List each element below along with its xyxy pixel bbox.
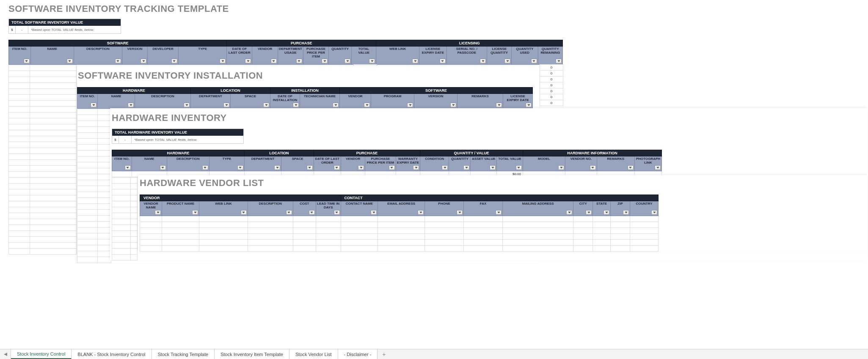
table-row[interactable] <box>9 243 77 249</box>
sheet-tab-stock-inventory-item-template[interactable]: Stock Inventory Item Template <box>215 349 289 359</box>
cell[interactable] <box>77 186 98 192</box>
cell[interactable] <box>611 216 630 222</box>
table-row[interactable] <box>140 233 659 239</box>
table-row[interactable] <box>9 231 77 237</box>
filter-icon[interactable] <box>307 165 313 170</box>
cell[interactable] <box>77 150 98 156</box>
cell[interactable] <box>9 130 30 136</box>
cell[interactable] <box>162 239 199 245</box>
table-row[interactable] <box>77 180 111 186</box>
table-row[interactable] <box>77 215 111 221</box>
cell[interactable] <box>611 227 630 233</box>
cell[interactable] <box>140 245 162 251</box>
cell[interactable] <box>9 195 30 201</box>
table-row[interactable] <box>77 138 111 144</box>
filter-icon[interactable] <box>440 59 446 63</box>
table-row[interactable] <box>9 154 77 160</box>
cell[interactable] <box>98 168 111 174</box>
cell[interactable] <box>30 124 77 130</box>
cell[interactable] <box>9 118 30 124</box>
filter-icon[interactable] <box>412 59 418 63</box>
cell[interactable] <box>77 197 98 203</box>
cell[interactable] <box>9 154 30 160</box>
cell[interactable] <box>112 189 131 195</box>
cell[interactable] <box>140 227 162 233</box>
cell[interactable] <box>140 222 162 227</box>
cell[interactable] <box>9 231 30 237</box>
cell[interactable] <box>30 219 77 225</box>
cell[interactable] <box>30 213 77 219</box>
table-row[interactable] <box>77 203 111 209</box>
cell[interactable] <box>248 239 293 245</box>
cell[interactable] <box>9 101 30 107</box>
table-row[interactable] <box>77 162 111 168</box>
cell[interactable] <box>98 109 111 115</box>
cell[interactable] <box>9 112 30 118</box>
table-row[interactable] <box>112 207 138 213</box>
filter-icon[interactable] <box>558 165 564 170</box>
table-row[interactable] <box>9 65 77 71</box>
cell[interactable] <box>9 178 30 184</box>
filter-icon[interactable] <box>334 165 340 170</box>
cell[interactable] <box>30 178 77 184</box>
filter-icon[interactable] <box>293 103 299 107</box>
table-row[interactable] <box>9 130 77 136</box>
table-row[interactable] <box>77 239 111 245</box>
cell[interactable] <box>30 118 77 124</box>
filter-icon[interactable] <box>125 165 131 170</box>
cell[interactable] <box>9 249 30 255</box>
filter-icon[interactable] <box>590 165 596 170</box>
table-row[interactable] <box>9 124 77 130</box>
filter-icon[interactable] <box>24 59 30 63</box>
filter-icon[interactable] <box>623 210 629 215</box>
cell[interactable] <box>378 216 425 222</box>
cell[interactable] <box>162 233 199 239</box>
cell[interactable] <box>77 209 98 215</box>
cell[interactable] <box>131 177 138 183</box>
cell[interactable] <box>573 233 593 239</box>
table-row[interactable] <box>77 109 111 115</box>
table-row[interactable]: 0 <box>540 77 563 82</box>
cell[interactable] <box>593 216 611 222</box>
cell[interactable] <box>112 177 131 183</box>
cell[interactable] <box>77 227 98 233</box>
cell-qty-remaining[interactable]: 0 <box>540 94 563 100</box>
cell[interactable] <box>131 230 138 236</box>
cell-qty-remaining[interactable]: 0 <box>540 71 563 77</box>
cell[interactable] <box>503 245 573 251</box>
cell[interactable] <box>30 112 77 118</box>
cell[interactable] <box>630 222 659 227</box>
table-row[interactable] <box>9 213 77 219</box>
cell[interactable] <box>30 189 77 195</box>
filter-icon[interactable] <box>237 165 243 170</box>
filter-icon[interactable] <box>463 165 469 170</box>
table-row[interactable] <box>9 95 77 101</box>
cell[interactable] <box>112 207 131 213</box>
filter-icon[interactable] <box>389 165 395 170</box>
cell[interactable] <box>98 150 111 156</box>
filter-icon[interactable] <box>526 103 532 107</box>
filter-icon[interactable] <box>531 59 537 63</box>
tab-scroll-button[interactable] <box>0 349 11 359</box>
filter-icon[interactable] <box>263 103 269 107</box>
cell[interactable] <box>9 184 30 189</box>
cell[interactable] <box>341 227 378 233</box>
cell[interactable] <box>630 239 659 245</box>
cell[interactable] <box>293 245 316 251</box>
cell[interactable] <box>98 126 111 132</box>
cell[interactable] <box>162 222 199 227</box>
cell[interactable] <box>611 233 630 239</box>
table-row[interactable] <box>9 112 77 118</box>
cell[interactable] <box>9 237 30 243</box>
cell[interactable] <box>341 245 378 251</box>
cell[interactable] <box>464 222 503 227</box>
table-row[interactable] <box>112 230 138 236</box>
cell[interactable] <box>199 233 248 239</box>
cell[interactable] <box>77 221 98 227</box>
cell[interactable] <box>77 215 98 221</box>
table-row[interactable] <box>112 242 138 248</box>
filter-icon[interactable] <box>413 165 419 170</box>
table-row[interactable] <box>9 107 77 112</box>
filter-icon[interactable] <box>496 103 502 107</box>
table-row[interactable] <box>140 239 659 245</box>
